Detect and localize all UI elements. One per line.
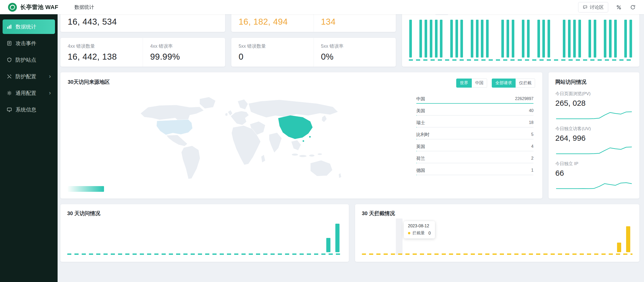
stat-5xx-rate: 5xx 错误率 0% [314, 38, 396, 67]
country-row: 德国 1 [416, 164, 534, 176]
sidebar-item-protected-sites[interactable]: 防护站点 [3, 53, 55, 67]
country-china[interactable] [278, 115, 313, 142]
toggle-block-only[interactable]: 仅拦截 [516, 79, 535, 88]
bottom-section: 30 天访问情况 30 天拦截情况 2023-08-12 拦截量 0 [60, 204, 639, 262]
stat-label: 5xx 错误数量 [239, 43, 306, 49]
scope-toggle: 世界 中国 [456, 79, 487, 88]
filter-toggle: 全部请求 仅拦截 [492, 79, 535, 88]
country-value: 18 [529, 120, 534, 125]
percent-icon[interactable] [615, 4, 622, 11]
metric-value: 66 [555, 169, 633, 178]
qps-chart [409, 20, 633, 61]
qps-baseline [409, 59, 633, 61]
region-map-card: 30天访问来源地区 世界 中国 全部请求 仅拦截 [60, 72, 542, 199]
country-value: 22629897 [515, 96, 534, 101]
toggle-china[interactable]: 中国 [472, 79, 487, 88]
country-name: 比利时 [416, 132, 430, 138]
metric-ip: 今日独立 IP 66 [555, 161, 633, 191]
gear-icon [7, 90, 12, 96]
stat-4xx-rate: 4xx 错误率 99.99% [143, 38, 225, 67]
sidebar-item-label: 数据统计 [16, 23, 36, 30]
country-bar-track [416, 151, 534, 151]
forum-button[interactable]: 讨论区 [578, 2, 608, 12]
blocks-30d-bars [362, 221, 633, 252]
tooltip-series: 拦截量 [412, 230, 425, 236]
sidebar-item-label: 防护配置 [16, 73, 36, 80]
chevron-right-icon: › [49, 74, 51, 79]
country-usa[interactable] [156, 119, 192, 135]
sidebar-item-general-config[interactable]: 通用配置 › [3, 86, 55, 100]
country-bar-fill [416, 103, 534, 104]
map-color-legend [68, 186, 104, 192]
visits-30d-baseline [67, 253, 342, 255]
stat-4xx-count: 4xx 错误数量 16, 442, 138 [60, 38, 143, 67]
series-dot-icon [408, 232, 410, 234]
country-value: 40 [529, 108, 534, 113]
stat-card-5xx: 5xx 错误数量 0 5xx 错误率 0% [231, 38, 396, 67]
stat-label: 5xx 错误率 [321, 43, 389, 49]
stat-value: 16, 442, 138 [68, 52, 135, 62]
refresh-icon[interactable] [629, 4, 636, 11]
world-map [124, 92, 357, 186]
app-logo [8, 3, 17, 12]
blocks-30d-card: 30 天拦截情况 2023-08-12 拦截量 0 [355, 204, 639, 262]
app-title: 长亭雷池 WAF [20, 3, 58, 11]
country-row: 瑞士 18 [416, 117, 534, 129]
visits-30d-bars [67, 221, 342, 252]
sidebar-item-label: 通用配置 [16, 90, 36, 97]
sidebar: 数据统计 攻击事件 防护站点 防护配置 › 通用配置 › 系统信息 [0, 14, 58, 282]
country-name: 德国 [416, 167, 425, 173]
map-body: 中国 22629897 美国 40 瑞士 18 [68, 89, 535, 188]
map-toggles: 世界 中国 全部请求 仅拦截 [456, 79, 535, 88]
toggle-world[interactable]: 世界 [456, 79, 472, 88]
tooltip-value: 0 [428, 231, 431, 236]
monitor-icon [7, 107, 12, 112]
stat-value: 0 [239, 52, 306, 62]
breadcrumb: 数据统计 [74, 4, 94, 11]
country-row: 荷兰 2 [416, 152, 534, 164]
metric-pv: 今日页面浏览(PV) 265, 028 [555, 91, 633, 121]
country-name: 美国 [416, 108, 425, 114]
sidebar-item-statistics[interactable]: 数据统计 [3, 19, 55, 34]
visits-30d-card: 30 天访问情况 [60, 204, 349, 262]
main-content: 今日请求数 16, 443, 534 今日拦截 16, 182, 494 今日拦… [58, 0, 644, 262]
pv-sparkline [555, 108, 633, 121]
uv-sparkline [555, 143, 633, 156]
stat-label: 4xx 错误率 [150, 43, 218, 49]
chat-bubble-icon [583, 5, 588, 10]
sidebar-item-protection-config[interactable]: 防护配置 › [3, 69, 55, 84]
world-map-wrap [68, 89, 414, 188]
sidebar-item-attack-events[interactable]: 攻击事件 [3, 36, 55, 51]
sidebar-item-system-info[interactable]: 系统信息 [3, 102, 55, 117]
chart-tooltip: 2023-08-12 拦截量 0 [404, 221, 435, 238]
country-row: 中国 22629897 [416, 93, 534, 105]
metric-label: 今日独立访客(UV) [555, 126, 633, 132]
qps-bars [409, 20, 633, 58]
visit-card-title: 网站访问情况 [555, 79, 633, 86]
topbar-actions: 讨论区 [578, 2, 636, 12]
country-value: 2 [531, 156, 534, 161]
metric-value: 265, 028 [555, 99, 633, 108]
country-name: 瑞士 [416, 120, 425, 126]
shield-icon [7, 57, 12, 62]
toggle-all-requests[interactable]: 全部请求 [492, 79, 516, 88]
country-name: 荷兰 [416, 156, 425, 161]
country-value: 5 [531, 132, 534, 137]
stat-label: 4xx 错误数量 [68, 43, 135, 49]
country-bar-track [416, 175, 534, 175]
blocks-30d-baseline [362, 253, 633, 255]
country-row: 英国 4 [416, 140, 534, 152]
map-title: 30天访问来源地区 [68, 79, 110, 86]
country-row: 美国 40 [416, 105, 534, 117]
forum-button-label: 讨论区 [590, 4, 604, 10]
metric-label: 今日独立 IP [555, 161, 633, 167]
blocks-30d-title: 30 天拦截情况 [362, 210, 633, 217]
country-bar-track [416, 139, 534, 139]
metric-label: 今日页面浏览(PV) [555, 91, 633, 97]
country-row: 比利时 5 [416, 129, 534, 140]
blocks-30d-chart: 2023-08-12 拦截量 0 [362, 221, 633, 255]
map-header: 30天访问来源地区 世界 中国 全部请求 仅拦截 [68, 79, 535, 88]
metric-uv: 今日独立访客(UV) 264, 996 [555, 126, 633, 156]
visits-30d-title: 30 天访问情况 [67, 210, 342, 217]
country-bar-track [416, 127, 534, 128]
